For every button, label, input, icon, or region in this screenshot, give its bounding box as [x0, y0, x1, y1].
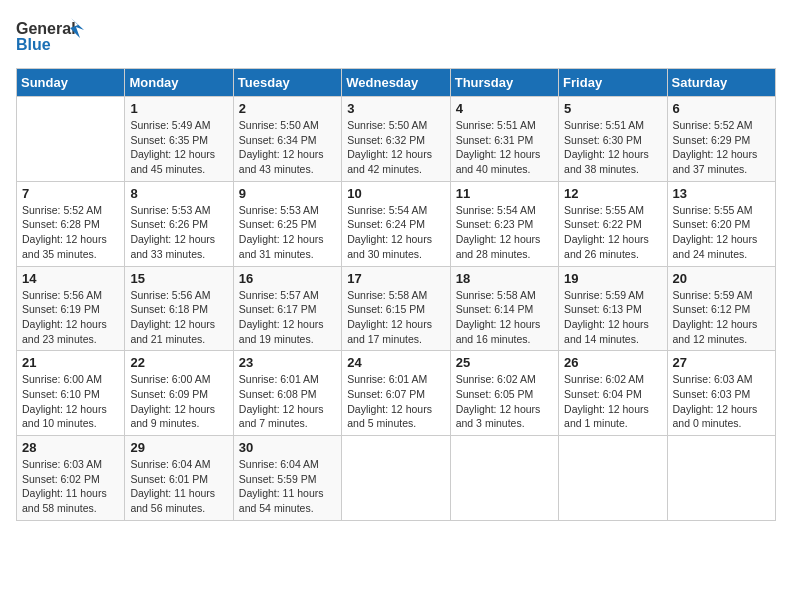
svg-text:General: General	[16, 20, 76, 37]
day-info: Sunrise: 5:52 AMSunset: 6:28 PMDaylight:…	[22, 203, 119, 262]
calendar-cell: 21Sunrise: 6:00 AMSunset: 6:10 PMDayligh…	[17, 351, 125, 436]
calendar-week-row: 14Sunrise: 5:56 AMSunset: 6:19 PMDayligh…	[17, 266, 776, 351]
day-info: Sunrise: 5:50 AMSunset: 6:34 PMDaylight:…	[239, 118, 336, 177]
calendar-cell: 16Sunrise: 5:57 AMSunset: 6:17 PMDayligh…	[233, 266, 341, 351]
day-info: Sunrise: 6:03 AMSunset: 6:03 PMDaylight:…	[673, 372, 770, 431]
day-info: Sunrise: 5:59 AMSunset: 6:13 PMDaylight:…	[564, 288, 661, 347]
page-header: GeneralBlue	[16, 16, 776, 56]
calendar-cell: 9Sunrise: 5:53 AMSunset: 6:25 PMDaylight…	[233, 181, 341, 266]
calendar-cell: 20Sunrise: 5:59 AMSunset: 6:12 PMDayligh…	[667, 266, 775, 351]
day-number: 17	[347, 271, 444, 286]
calendar-cell: 17Sunrise: 5:58 AMSunset: 6:15 PMDayligh…	[342, 266, 450, 351]
calendar-cell: 25Sunrise: 6:02 AMSunset: 6:05 PMDayligh…	[450, 351, 558, 436]
col-header-monday: Monday	[125, 69, 233, 97]
calendar-cell: 18Sunrise: 5:58 AMSunset: 6:14 PMDayligh…	[450, 266, 558, 351]
day-info: Sunrise: 6:04 AMSunset: 5:59 PMDaylight:…	[239, 457, 336, 516]
calendar-cell: 12Sunrise: 5:55 AMSunset: 6:22 PMDayligh…	[559, 181, 667, 266]
day-info: Sunrise: 6:01 AMSunset: 6:08 PMDaylight:…	[239, 372, 336, 431]
day-number: 30	[239, 440, 336, 455]
day-number: 21	[22, 355, 119, 370]
day-info: Sunrise: 5:52 AMSunset: 6:29 PMDaylight:…	[673, 118, 770, 177]
calendar-cell	[559, 436, 667, 521]
day-info: Sunrise: 5:53 AMSunset: 6:26 PMDaylight:…	[130, 203, 227, 262]
calendar-header-row: SundayMondayTuesdayWednesdayThursdayFrid…	[17, 69, 776, 97]
calendar-cell: 28Sunrise: 6:03 AMSunset: 6:02 PMDayligh…	[17, 436, 125, 521]
day-number: 20	[673, 271, 770, 286]
day-info: Sunrise: 6:00 AMSunset: 6:09 PMDaylight:…	[130, 372, 227, 431]
day-info: Sunrise: 5:59 AMSunset: 6:12 PMDaylight:…	[673, 288, 770, 347]
calendar-cell: 24Sunrise: 6:01 AMSunset: 6:07 PMDayligh…	[342, 351, 450, 436]
day-number: 13	[673, 186, 770, 201]
day-info: Sunrise: 5:54 AMSunset: 6:23 PMDaylight:…	[456, 203, 553, 262]
col-header-sunday: Sunday	[17, 69, 125, 97]
day-info: Sunrise: 5:58 AMSunset: 6:15 PMDaylight:…	[347, 288, 444, 347]
day-info: Sunrise: 6:02 AMSunset: 6:04 PMDaylight:…	[564, 372, 661, 431]
day-number: 14	[22, 271, 119, 286]
calendar-cell: 15Sunrise: 5:56 AMSunset: 6:18 PMDayligh…	[125, 266, 233, 351]
day-number: 10	[347, 186, 444, 201]
day-number: 18	[456, 271, 553, 286]
day-number: 24	[347, 355, 444, 370]
calendar-week-row: 21Sunrise: 6:00 AMSunset: 6:10 PMDayligh…	[17, 351, 776, 436]
calendar-cell: 23Sunrise: 6:01 AMSunset: 6:08 PMDayligh…	[233, 351, 341, 436]
day-number: 25	[456, 355, 553, 370]
day-info: Sunrise: 5:57 AMSunset: 6:17 PMDaylight:…	[239, 288, 336, 347]
day-number: 6	[673, 101, 770, 116]
calendar-cell: 11Sunrise: 5:54 AMSunset: 6:23 PMDayligh…	[450, 181, 558, 266]
day-info: Sunrise: 5:53 AMSunset: 6:25 PMDaylight:…	[239, 203, 336, 262]
day-info: Sunrise: 5:51 AMSunset: 6:31 PMDaylight:…	[456, 118, 553, 177]
calendar-cell	[667, 436, 775, 521]
calendar-cell: 4Sunrise: 5:51 AMSunset: 6:31 PMDaylight…	[450, 97, 558, 182]
col-header-friday: Friday	[559, 69, 667, 97]
day-info: Sunrise: 6:03 AMSunset: 6:02 PMDaylight:…	[22, 457, 119, 516]
col-header-wednesday: Wednesday	[342, 69, 450, 97]
svg-text:Blue: Blue	[16, 36, 51, 53]
calendar-cell: 1Sunrise: 5:49 AMSunset: 6:35 PMDaylight…	[125, 97, 233, 182]
col-header-saturday: Saturday	[667, 69, 775, 97]
day-number: 16	[239, 271, 336, 286]
calendar-cell: 26Sunrise: 6:02 AMSunset: 6:04 PMDayligh…	[559, 351, 667, 436]
calendar-cell: 10Sunrise: 5:54 AMSunset: 6:24 PMDayligh…	[342, 181, 450, 266]
day-info: Sunrise: 5:49 AMSunset: 6:35 PMDaylight:…	[130, 118, 227, 177]
logo-svg: GeneralBlue	[16, 16, 86, 56]
calendar-cell: 19Sunrise: 5:59 AMSunset: 6:13 PMDayligh…	[559, 266, 667, 351]
day-info: Sunrise: 5:56 AMSunset: 6:18 PMDaylight:…	[130, 288, 227, 347]
calendar-cell	[342, 436, 450, 521]
calendar-cell: 8Sunrise: 5:53 AMSunset: 6:26 PMDaylight…	[125, 181, 233, 266]
day-number: 22	[130, 355, 227, 370]
calendar-cell: 2Sunrise: 5:50 AMSunset: 6:34 PMDaylight…	[233, 97, 341, 182]
day-info: Sunrise: 5:51 AMSunset: 6:30 PMDaylight:…	[564, 118, 661, 177]
day-number: 3	[347, 101, 444, 116]
day-number: 2	[239, 101, 336, 116]
day-info: Sunrise: 6:00 AMSunset: 6:10 PMDaylight:…	[22, 372, 119, 431]
day-info: Sunrise: 5:56 AMSunset: 6:19 PMDaylight:…	[22, 288, 119, 347]
day-number: 5	[564, 101, 661, 116]
day-number: 19	[564, 271, 661, 286]
day-number: 8	[130, 186, 227, 201]
calendar-cell: 5Sunrise: 5:51 AMSunset: 6:30 PMDaylight…	[559, 97, 667, 182]
day-info: Sunrise: 6:02 AMSunset: 6:05 PMDaylight:…	[456, 372, 553, 431]
calendar-cell: 29Sunrise: 6:04 AMSunset: 6:01 PMDayligh…	[125, 436, 233, 521]
day-number: 7	[22, 186, 119, 201]
day-number: 23	[239, 355, 336, 370]
calendar-cell	[17, 97, 125, 182]
day-info: Sunrise: 5:55 AMSunset: 6:20 PMDaylight:…	[673, 203, 770, 262]
day-number: 29	[130, 440, 227, 455]
calendar-cell: 13Sunrise: 5:55 AMSunset: 6:20 PMDayligh…	[667, 181, 775, 266]
calendar-cell: 6Sunrise: 5:52 AMSunset: 6:29 PMDaylight…	[667, 97, 775, 182]
day-number: 4	[456, 101, 553, 116]
calendar-cell: 14Sunrise: 5:56 AMSunset: 6:19 PMDayligh…	[17, 266, 125, 351]
calendar-cell: 7Sunrise: 5:52 AMSunset: 6:28 PMDaylight…	[17, 181, 125, 266]
logo: GeneralBlue	[16, 16, 86, 56]
calendar-cell	[450, 436, 558, 521]
calendar-cell: 22Sunrise: 6:00 AMSunset: 6:09 PMDayligh…	[125, 351, 233, 436]
calendar-cell: 3Sunrise: 5:50 AMSunset: 6:32 PMDaylight…	[342, 97, 450, 182]
calendar-week-row: 1Sunrise: 5:49 AMSunset: 6:35 PMDaylight…	[17, 97, 776, 182]
day-info: Sunrise: 5:55 AMSunset: 6:22 PMDaylight:…	[564, 203, 661, 262]
day-number: 26	[564, 355, 661, 370]
day-number: 11	[456, 186, 553, 201]
col-header-tuesday: Tuesday	[233, 69, 341, 97]
day-number: 28	[22, 440, 119, 455]
calendar-cell: 27Sunrise: 6:03 AMSunset: 6:03 PMDayligh…	[667, 351, 775, 436]
day-info: Sunrise: 6:01 AMSunset: 6:07 PMDaylight:…	[347, 372, 444, 431]
